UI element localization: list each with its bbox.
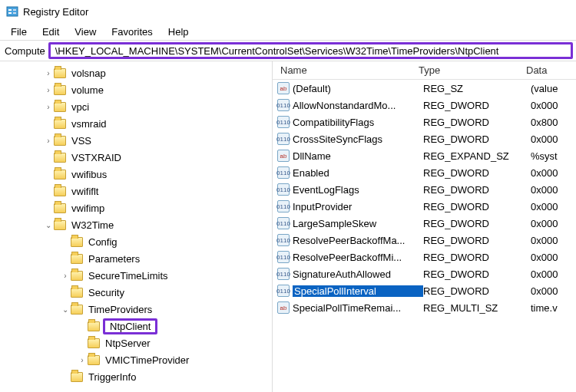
tree-label: VSS xyxy=(69,134,94,147)
value-row[interactable]: ab(Default)REG_SZ(value xyxy=(273,80,576,97)
folder-icon xyxy=(71,237,83,247)
expand-icon[interactable]: › xyxy=(77,356,88,364)
value-type: REG_DWORD xyxy=(423,235,531,246)
binary-value-icon: 0110 xyxy=(277,116,290,128)
folder-icon xyxy=(88,321,100,331)
value-data: (value xyxy=(531,83,576,94)
value-name: SpecialPollInterval xyxy=(293,285,423,297)
svg-rect-2 xyxy=(8,12,12,14)
value-data: 0x000 xyxy=(531,167,576,179)
tree-item-vwifimp[interactable]: ›vwifimp xyxy=(0,199,272,216)
value-row[interactable]: 0110InputProviderREG_DWORD0x000 xyxy=(273,198,576,215)
value-row[interactable]: 0110ResolvePeerBackoffMa...REG_DWORD0x00… xyxy=(273,232,576,249)
folder-icon xyxy=(71,271,83,281)
tree-pane[interactable]: ›volsnap›volume›vpci›vsmraid›VSS›VSTXRAI… xyxy=(0,61,273,392)
value-name: EventLogFlags xyxy=(293,184,423,196)
tree-item-volume[interactable]: ›volume xyxy=(0,81,272,98)
value-row[interactable]: 0110SpecialPollIntervalREG_DWORD0x000 xyxy=(273,282,576,299)
tree-item-timeproviders[interactable]: ⌄TimeProviders xyxy=(0,301,272,318)
expand-icon[interactable]: › xyxy=(43,86,54,94)
value-type: REG_DWORD xyxy=(423,117,531,128)
tree-label: VMICTimeProvider xyxy=(103,354,191,367)
value-name: AllowNonstandardMo... xyxy=(293,100,423,111)
tree-item-w32time[interactable]: ⌄W32Time xyxy=(0,216,272,233)
value-row[interactable]: 0110CompatibilityFlagsREG_DWORD0x800 xyxy=(273,114,576,130)
tree-item-vwifibus[interactable]: ›vwifibus xyxy=(0,166,272,183)
folder-icon xyxy=(54,153,66,163)
tree-item-triggerinfo[interactable]: ›TriggerInfo xyxy=(0,368,272,385)
folder-icon xyxy=(71,288,83,298)
value-data: 0x000 xyxy=(531,100,576,111)
value-type: REG_DWORD xyxy=(423,133,531,145)
tree-item-security[interactable]: ›Security xyxy=(0,284,272,301)
regedit-icon xyxy=(6,5,18,18)
value-row[interactable]: 0110SignatureAuthAllowedREG_DWORD0x000 xyxy=(273,265,576,282)
expand-icon[interactable]: › xyxy=(43,103,54,111)
folder-icon xyxy=(54,68,66,78)
value-data: time.v xyxy=(531,302,576,314)
folder-icon xyxy=(88,338,100,348)
tree-item-volsnap[interactable]: ›volsnap xyxy=(0,64,272,81)
tree-label: vwifibus xyxy=(69,168,109,181)
value-name: (Default) xyxy=(293,83,423,94)
values-pane[interactable]: Name Type Data ab(Default)REG_SZ(value01… xyxy=(273,61,576,392)
tree-item-vpci[interactable]: ›vpci xyxy=(0,98,272,115)
tree-item-vstxraid[interactable]: ›VSTXRAID xyxy=(0,149,272,166)
value-data: 0x000 xyxy=(531,184,576,196)
folder-icon xyxy=(54,136,66,146)
value-data: 0x000 xyxy=(531,235,576,246)
menu-file[interactable]: File xyxy=(3,25,35,39)
tree-item-vmictimeprovider[interactable]: ›VMICTimeProvider xyxy=(0,351,272,368)
value-type: REG_DWORD xyxy=(423,184,531,196)
string-value-icon: ab xyxy=(277,301,290,314)
menu-help[interactable]: Help xyxy=(161,25,197,39)
tree-item-vss[interactable]: ›VSS xyxy=(0,132,272,149)
expand-icon[interactable]: ⌄ xyxy=(60,305,71,314)
value-row[interactable]: abSpecialPollTimeRemai...REG_MULTI_SZtim… xyxy=(273,299,576,316)
col-data[interactable]: Data xyxy=(526,64,576,76)
folder-icon xyxy=(88,355,100,365)
value-type: REG_DWORD xyxy=(423,201,531,212)
tree-item-parameters[interactable]: ›Parameters xyxy=(0,250,272,267)
value-row[interactable]: 0110AllowNonstandardMo...REG_DWORD0x000 xyxy=(273,97,576,114)
folder-icon xyxy=(54,220,66,230)
value-row[interactable]: 0110LargeSampleSkewREG_DWORD0x000 xyxy=(273,215,576,232)
expand-icon[interactable]: › xyxy=(43,69,54,77)
menu-view[interactable]: View xyxy=(67,25,104,39)
col-type[interactable]: Type xyxy=(419,64,526,76)
col-name[interactable]: Name xyxy=(273,64,419,76)
value-row[interactable]: 0110CrossSiteSyncFlagsREG_DWORD0x000 xyxy=(273,130,576,147)
tree-label: W32Time xyxy=(69,219,116,232)
value-row[interactable]: abDllNameREG_EXPAND_SZ%syst xyxy=(273,147,576,164)
value-type: REG_DWORD xyxy=(423,252,531,263)
value-row[interactable]: 0110ResolvePeerBackoffMi...REG_DWORD0x00… xyxy=(273,249,576,265)
folder-icon xyxy=(54,186,66,196)
value-row[interactable]: 0110EventLogFlagsREG_DWORD0x000 xyxy=(273,181,576,198)
expand-icon[interactable]: › xyxy=(43,137,54,145)
value-row[interactable]: 0110EnabledREG_DWORD0x000 xyxy=(273,164,576,181)
value-type: REG_DWORD xyxy=(423,268,531,280)
menu-edit[interactable]: Edit xyxy=(35,25,67,39)
expand-icon[interactable]: ⌄ xyxy=(43,221,54,229)
value-name: SpecialPollTimeRemai... xyxy=(293,302,423,314)
tree-item-vwififlt[interactable]: ›vwififlt xyxy=(0,183,272,199)
column-headers[interactable]: Name Type Data xyxy=(273,61,576,80)
string-value-icon: ab xyxy=(277,82,290,94)
menu-favorites[interactable]: Favorites xyxy=(104,25,160,39)
tree-item-config[interactable]: ›Config xyxy=(0,233,272,250)
tree-label: volume xyxy=(69,84,106,97)
expand-icon[interactable]: › xyxy=(60,272,71,280)
binary-value-icon: 0110 xyxy=(277,268,290,280)
tree-item-ntpclient[interactable]: ›NtpClient xyxy=(0,318,272,334)
tree-item-vsmraid[interactable]: ›vsmraid xyxy=(0,115,272,132)
tree-item-ntpserver[interactable]: ›NtpServer xyxy=(0,334,272,351)
window-title: Registry Editor xyxy=(23,6,88,18)
svg-rect-4 xyxy=(13,12,16,14)
tree-label: vsmraid xyxy=(69,117,109,130)
folder-icon xyxy=(54,203,66,213)
tree-item-securetimelimits[interactable]: ›SecureTimeLimits xyxy=(0,267,272,284)
value-type: REG_MULTI_SZ xyxy=(423,302,531,314)
value-name: Enabled xyxy=(293,167,423,179)
address-input[interactable] xyxy=(48,42,573,59)
svg-rect-1 xyxy=(8,9,12,11)
